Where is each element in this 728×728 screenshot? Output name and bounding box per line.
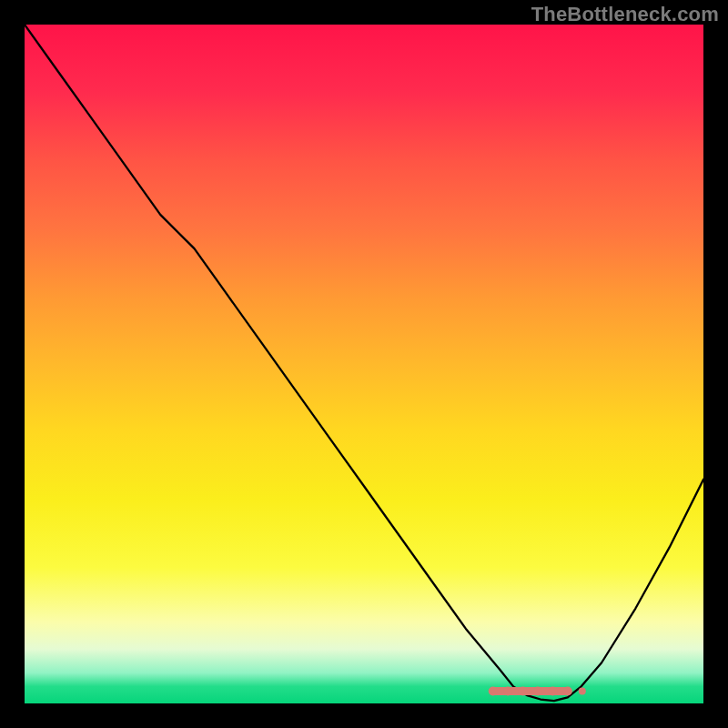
svg-point-3 [519,687,528,696]
watermark-text: TheBottleneck.com [531,3,719,26]
svg-point-7 [579,688,586,695]
svg-point-1 [489,687,498,696]
svg-point-6 [563,687,572,696]
optimal-marker [25,25,703,703]
plot-area [25,25,703,703]
figure-root: TheBottleneck.com [0,0,728,728]
svg-point-5 [548,687,557,696]
svg-point-2 [503,687,512,696]
svg-point-4 [533,687,542,696]
